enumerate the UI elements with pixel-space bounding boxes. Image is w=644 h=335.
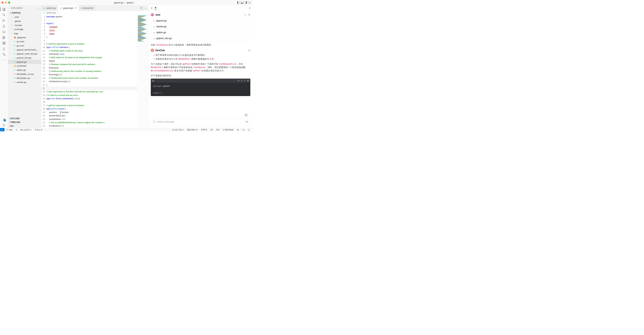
file-gopool_suite_test.go[interactable]: GOgopool_suite_test.go <box>8 52 41 56</box>
file-option.go[interactable]: GOoption.go <box>8 68 41 72</box>
retry-icon[interactable] <box>244 14 246 16</box>
language-mode[interactable]: Go <box>216 128 220 131</box>
minimize-window[interactable] <box>5 2 7 4</box>
timeline-section[interactable]: ›TIMELINE <box>8 120 41 124</box>
close-tab-icon[interactable]: ✕ <box>75 7 77 9</box>
file-gopool.go[interactable]: GOgopool.go <box>8 60 41 64</box>
notifications-icon[interactable] <box>247 129 250 131</box>
file-README_zh.md[interactable]: ⬇README_zh.md <box>8 72 41 76</box>
flask-icon[interactable] <box>2 47 6 51</box>
outline-section[interactable]: ›OUTLINE <box>8 116 41 120</box>
folder-.chat[interactable]: ›.chat <box>8 15 41 19</box>
copilot-icon[interactable] <box>236 129 240 131</box>
layout-controls <box>237 1 251 4</box>
copy-code-icon[interactable] <box>238 80 240 82</box>
customize-layout-icon[interactable] <box>248 1 251 4</box>
file-LICENSE[interactable]: 🔑LICENSE <box>8 64 41 68</box>
bot-paragraph-2: 以下是修改后的代码： <box>151 74 250 77</box>
tab-option.go[interactable]: GOoption.go <box>41 5 58 11</box>
folder-.github[interactable]: ›.github <box>8 19 41 23</box>
search-icon[interactable] <box>2 13 6 17</box>
cursor-position[interactable]: Ln 22, Col 1 <box>171 128 184 131</box>
github-icon[interactable] <box>2 36 6 40</box>
file-worker.go[interactable]: GOworker.go <box>8 80 41 84</box>
feedback-icon[interactable] <box>242 129 245 131</box>
attach-icon[interactable]: + <box>153 120 156 123</box>
context-file-worker.go[interactable]: ⌄worker.go <box>151 24 250 30</box>
svg-rect-29 <box>238 80 239 81</box>
svg-text:GO: GO <box>14 61 16 62</box>
workflow-icon[interactable] <box>2 53 6 56</box>
chat-input[interactable] <box>157 120 244 123</box>
tab-instruct.txt[interactable]: ≡instruct.txt <box>79 5 95 11</box>
insert-icon[interactable] <box>244 80 246 82</box>
split-editor-icon[interactable] <box>140 7 142 9</box>
folder-.vscode[interactable]: ›.vscode <box>8 23 41 27</box>
scroll-down-button[interactable]: ⌄ <box>244 113 248 117</box>
eol[interactable]: LF <box>210 128 214 131</box>
ellipsis-icon[interactable]: ⋯ <box>2 58 6 62</box>
file-.gitignore[interactable]: ◆.gitignore <box>8 36 41 40</box>
svg-point-24 <box>151 8 152 8</box>
copy-icon[interactable] <box>248 49 250 51</box>
context-file-gopool.go[interactable]: ⌄gopool.go <box>151 18 250 24</box>
maximize-window[interactable] <box>8 2 10 4</box>
tab-size[interactable]: Tab Size: 4 <box>186 128 198 131</box>
status-bar: test Go 1.20.3 0 0 Ln 22, Col 1 Tab Size… <box>0 128 252 131</box>
close-window[interactable] <box>2 2 4 4</box>
remote-explorer-icon[interactable] <box>2 30 6 34</box>
devchat-status[interactable]: DevChat <box>222 128 234 131</box>
file-go.mod[interactable]: GOgo.mod <box>8 40 41 44</box>
diff-icon[interactable] <box>247 80 249 82</box>
breadcrumb-file: gopool.go <box>46 12 56 14</box>
devchat-tab-light[interactable] <box>150 7 153 10</box>
remote-indicator[interactable] <box>0 128 4 131</box>
code-text[interactable]: package gopool import ( "context" "sync"… <box>46 14 137 128</box>
minimap[interactable] <box>137 14 148 128</box>
folder-coverage[interactable]: ›coverage <box>8 27 41 31</box>
account-icon[interactable]: 1 <box>2 118 6 122</box>
svg-point-1 <box>3 19 4 20</box>
file-gopool_test.go[interactable]: GOgopool_test.go <box>8 56 41 60</box>
close-panel-icon[interactable]: ✕ <box>249 7 251 10</box>
context-file-option.go[interactable]: ⌄option.go <box>151 30 250 36</box>
file-README.md[interactable]: ⓘREADME.md <box>8 76 41 80</box>
file-icon[interactable] <box>241 80 243 82</box>
svg-rect-8 <box>4 42 5 43</box>
encoding[interactable]: UTF-8 <box>200 128 208 131</box>
bot-avatar <box>151 49 154 52</box>
problems-indicator[interactable]: 0 0 <box>34 128 43 131</box>
breadcrumb[interactable]: GO gopool.go › ... <box>41 11 148 14</box>
devchat-tab-dark[interactable] <box>154 6 157 10</box>
code-content[interactable]: package gopool import ( <box>151 83 250 96</box>
context-file-gopool_test.go[interactable]: ⌄gopool_test.go <box>151 36 250 41</box>
send-icon[interactable] <box>246 120 248 123</box>
toggle-left-panel-icon[interactable] <box>237 1 240 4</box>
branch-indicator[interactable]: test <box>6 128 13 131</box>
sync-indicator[interactable] <box>15 129 18 130</box>
sidebar-more-icon[interactable]: ⋯ <box>37 7 40 10</box>
file-go.sum[interactable]: GOgo.sum <box>8 44 41 48</box>
toggle-right-panel-icon[interactable] <box>244 1 247 4</box>
toggle-bottom-panel-icon[interactable] <box>241 1 243 4</box>
testing-icon[interactable] <box>2 24 6 28</box>
extensions-icon[interactable] <box>2 41 6 45</box>
delete-icon[interactable] <box>248 14 250 16</box>
settings-icon[interactable] <box>2 123 6 127</box>
source-control-icon[interactable] <box>2 18 6 22</box>
tab-gopool.go[interactable]: GOgopool.go✕ <box>58 5 79 11</box>
go-section[interactable]: ›GO <box>8 124 41 128</box>
go-version[interactable]: Go 1.20.3 <box>20 128 32 131</box>
svg-point-39 <box>223 129 224 130</box>
editor-more-icon[interactable]: ⋯ <box>144 7 147 10</box>
svg-point-12 <box>4 125 4 126</box>
svg-point-42 <box>238 130 238 130</box>
folder-logo[interactable]: ›logo <box>8 31 41 36</box>
svg-rect-7 <box>4 43 5 44</box>
sidebar-project-header[interactable]: ﹀ GOPOOL <box>8 11 41 15</box>
svg-rect-31 <box>247 80 248 80</box>
svg-point-3 <box>4 20 5 21</box>
explorer-icon[interactable] <box>2 8 6 11</box>
file-gopool_benchmark_...[interactable]: GOgopool_benchmark_... <box>8 48 41 52</box>
tab-strip: GOoption.goGOgopool.go✕≡instruct.txt⋯ <box>41 5 148 11</box>
